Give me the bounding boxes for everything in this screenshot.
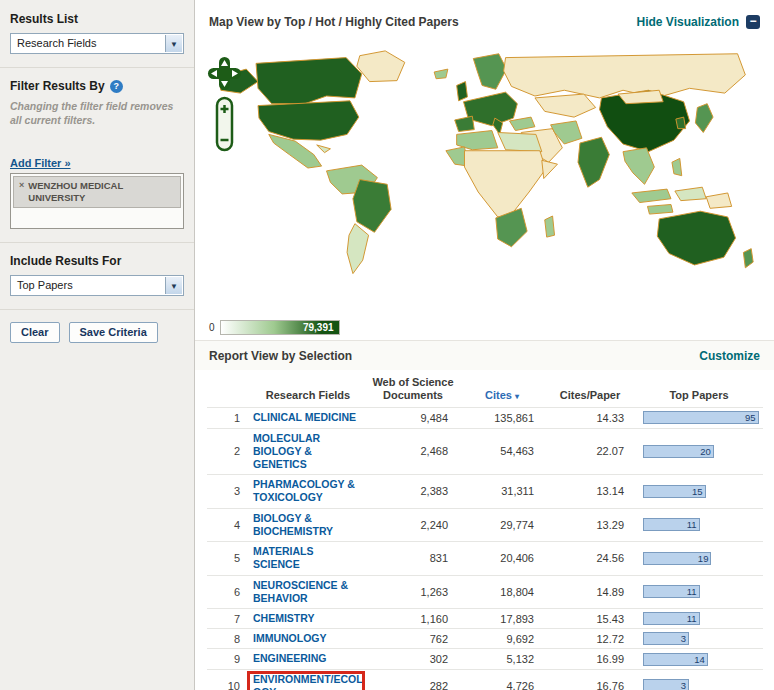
table-row: 9ENGINEERING3025,13216.9914	[207, 649, 763, 669]
map-visualization: 0 79,391	[195, 44, 774, 340]
map-region-russia	[504, 54, 746, 98]
top-papers-bar: 19	[643, 552, 711, 565]
research-field-link[interactable]: CLINICAL MEDICINE	[253, 411, 356, 424]
top-papers-cell: 19	[635, 542, 763, 575]
customize-link[interactable]: Customize	[699, 349, 760, 363]
legend-min-label: 0	[209, 322, 215, 333]
help-icon[interactable]: ?	[110, 80, 123, 93]
research-field-link[interactable]: BIOLOGY & BIOCHEMISTRY	[253, 512, 363, 538]
top-papers-cell: 11	[635, 508, 763, 541]
wos-documents-cell: 2,240	[367, 508, 459, 541]
research-field-link[interactable]: IMMUNOLOGY	[253, 632, 327, 645]
wos-documents-cell: 1,263	[367, 575, 459, 608]
table-row: 1CLINICAL MEDICINE9,484135,86114.3395	[207, 408, 763, 428]
results-list-dropdown-value: Research Fields	[17, 37, 96, 49]
field-cell: PHARMACOLOGY & TOXICOLOGY	[249, 475, 367, 508]
research-field-link[interactable]: PHARMACOLOGY & TOXICOLOGY	[253, 478, 363, 504]
research-field-link[interactable]: ENVIRONMENT/ECOLOGY	[253, 673, 363, 690]
cites-cell: 29,774	[459, 508, 545, 541]
map-region-central-asia	[535, 94, 596, 117]
map-region-iberia	[455, 116, 475, 131]
field-cell: IMMUNOLOGY	[249, 629, 367, 649]
cites-cell: 17,893	[459, 609, 545, 629]
sort-desc-icon: ▾	[515, 392, 519, 401]
research-fields-column-header[interactable]: Research Fields	[249, 370, 367, 408]
collapse-minus-icon[interactable]: −	[746, 15, 760, 29]
wos-documents-column-header[interactable]: Web of Science Documents	[367, 370, 459, 408]
research-field-link[interactable]: CHEMISTRY	[253, 612, 314, 625]
research-field-link[interactable]: ENGINEERING	[253, 652, 327, 665]
results-list-dropdown[interactable]: Research Fields ▼	[10, 33, 184, 54]
filter-tag-label: WENZHOU MEDICAL UNIVERSITY	[28, 180, 124, 204]
field-cell: MOLECULAR BIOLOGY & GENETICS	[249, 428, 367, 475]
field-cell: ENVIRONMENT/ECOLOGY	[249, 669, 367, 690]
top-papers-cell: 3	[635, 629, 763, 649]
field-cell: CHEMISTRY	[249, 609, 367, 629]
zoom-control[interactable]	[217, 98, 232, 150]
rank-cell: 1	[207, 408, 249, 428]
filter-tag: × WENZHOU MEDICAL UNIVERSITY	[13, 176, 181, 208]
save-criteria-button[interactable]: Save Criteria	[69, 322, 158, 343]
world-map-choropleth[interactable]	[213, 48, 761, 288]
cites-per-paper-column-header[interactable]: Cites/Paper	[545, 370, 635, 408]
cites-per-paper-cell: 22.07	[545, 428, 635, 475]
include-results-dropdown[interactable]: Top Papers ▼	[10, 275, 184, 296]
top-papers-bar: 95	[643, 411, 759, 424]
top-papers-cell: 15	[635, 475, 763, 508]
top-papers-column-header[interactable]: Top Papers	[635, 370, 763, 408]
top-papers-cell: 14	[635, 649, 763, 669]
wos-documents-cell: 302	[367, 649, 459, 669]
cites-cell: 135,861	[459, 408, 545, 428]
active-filters-panel: × WENZHOU MEDICAL UNIVERSITY	[10, 173, 184, 229]
rank-cell: 5	[207, 542, 249, 575]
map-region-horn-of-africa	[542, 160, 558, 178]
report-section-header: Report View by Selection Customize	[195, 340, 774, 370]
table-row: 7CHEMISTRY1,16017,89315.4311	[207, 609, 763, 629]
include-results-dropdown-value: Top Papers	[17, 279, 73, 291]
top-papers-bar: 14	[643, 653, 708, 666]
map-color-legend: 0 79,391	[209, 320, 340, 335]
sidebar-divider	[0, 67, 194, 68]
table-row: 5MATERIALS SCIENCE83120,40624.5619	[207, 542, 763, 575]
map-region-scandinavia	[473, 54, 506, 90]
research-field-link[interactable]: MATERIALS SCIENCE	[253, 545, 363, 571]
cites-per-paper-cell: 16.76	[545, 669, 635, 690]
sidebar-divider	[0, 309, 194, 310]
esi-app: Results List Research Fields ▼ Filter Re…	[0, 0, 774, 690]
hide-visualization-control[interactable]: Hide Visualization −	[637, 15, 760, 29]
field-cell: CLINICAL MEDICINE	[249, 408, 367, 428]
cites-cell: 4,726	[459, 669, 545, 690]
cites-column-header[interactable]: Cites▾	[459, 370, 545, 408]
top-papers-cell: 11	[635, 609, 763, 629]
wos-documents-cell: 2,468	[367, 428, 459, 475]
clear-button[interactable]: Clear	[10, 322, 60, 343]
rank-cell: 7	[207, 609, 249, 629]
rank-column-header	[207, 370, 249, 408]
map-controls[interactable]	[207, 56, 243, 160]
top-papers-bar: 11	[643, 585, 700, 598]
cites-cell: 18,804	[459, 575, 545, 608]
research-field-link[interactable]: MOLECULAR BIOLOGY & GENETICS	[253, 432, 363, 472]
map-region-java	[647, 204, 672, 214]
research-field-link[interactable]: NEUROSCIENCE & BEHAVIOR	[253, 579, 363, 605]
cites-cell: 54,463	[459, 428, 545, 475]
map-region-canada	[256, 58, 362, 104]
map-region-philippines	[672, 158, 682, 175]
report-table-body: 1CLINICAL MEDICINE9,484135,86114.33952MO…	[207, 408, 763, 690]
filter-note: Changing the filter field removes all cu…	[10, 100, 184, 127]
legend-max-label: 79,391	[303, 322, 334, 333]
hide-visualization-link[interactable]: Hide Visualization	[637, 15, 739, 29]
top-papers-bar: 3	[643, 679, 689, 690]
add-filter-link[interactable]: Add Filter »	[10, 157, 71, 169]
cites-per-paper-cell: 12.72	[545, 629, 635, 649]
chevron-down-icon: ▼	[165, 277, 182, 294]
table-row: 8IMMUNOLOGY7629,69212.723	[207, 629, 763, 649]
table-row: 2MOLECULAR BIOLOGY & GENETICS2,46854,463…	[207, 428, 763, 475]
pan-control[interactable]	[208, 57, 241, 90]
table-row: 4BIOLOGY & BIOCHEMISTRY2,24029,77413.291…	[207, 508, 763, 541]
map-region-southeast-asia	[623, 148, 654, 184]
top-papers-cell: 95	[635, 408, 763, 428]
map-region-caribbean	[317, 145, 331, 153]
results-list-heading: Results List	[10, 12, 184, 26]
remove-filter-icon[interactable]: ×	[19, 180, 24, 204]
